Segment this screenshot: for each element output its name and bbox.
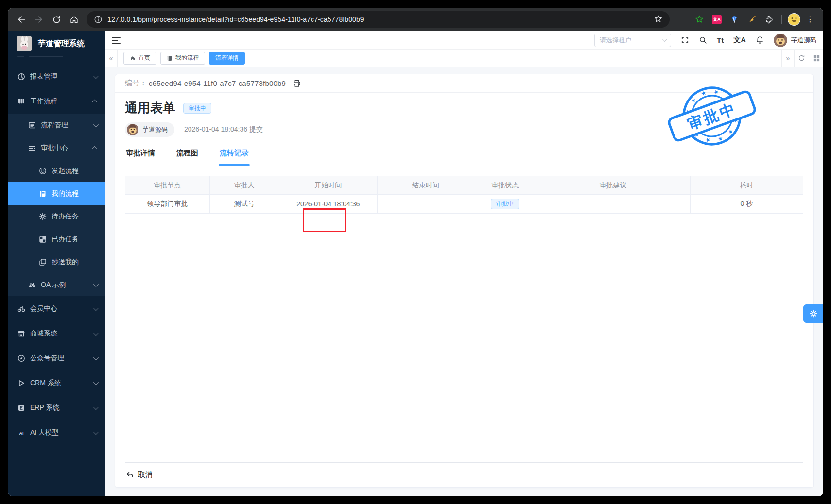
sidebar-item-done-task[interactable]: 已办任务: [8, 228, 105, 251]
shop-icon: [17, 330, 25, 337]
home-icon[interactable]: [67, 12, 81, 27]
status-badge: 审批中: [183, 103, 211, 114]
sidebar-item-todo-task[interactable]: 待办任务: [8, 205, 105, 228]
gear-flower-icon: [39, 213, 47, 220]
sidebar-item-approval-center[interactable]: 审批中心: [8, 136, 105, 159]
extension-broom-icon[interactable]: [746, 14, 757, 25]
app-logo-row[interactable]: 芋道管理系统: [8, 31, 105, 56]
workflow-icon: [17, 98, 25, 105]
submit-time: 2026-01-04 18:04:36 提交: [184, 125, 263, 134]
chevron-up-icon: [92, 146, 97, 151]
extension-translate-icon[interactable]: 文A: [711, 14, 722, 25]
sidebar-item-cc-me[interactable]: 抄送我的: [8, 251, 105, 273]
address-bar[interactable]: 127.0.0.1/bpm/process-instance/detail?id…: [87, 11, 670, 28]
tags-scroll-left-icon[interactable]: «: [105, 50, 118, 67]
notification-bell-icon[interactable]: [756, 36, 764, 44]
app-logo-rabbit: [17, 36, 32, 51]
tab-approval-detail[interactable]: 审批详情: [125, 146, 156, 165]
settings-gear-button[interactable]: [803, 304, 823, 323]
tags-layout-grid-icon[interactable]: [809, 50, 823, 67]
row-status-badge: 审批中: [491, 199, 519, 209]
tab-process-diagram[interactable]: 流程图: [175, 146, 199, 165]
svg-text:AI: AI: [19, 430, 24, 435]
chevron-down-icon: [93, 121, 99, 127]
locale-icon[interactable]: 文A: [733, 35, 746, 45]
sidebar-item-ai-model[interactable]: AI AI 大模型: [8, 420, 105, 445]
col-approval-status: 审批状态: [474, 176, 537, 194]
col-end-time: 结束时间: [378, 176, 474, 194]
tag-my-process[interactable]: 我的流程: [160, 52, 205, 65]
cell-end-time: [378, 195, 474, 213]
forward-icon[interactable]: [32, 12, 46, 27]
cell-approval-suggestion: [536, 195, 690, 213]
workflow-submenu: 流程管理 审批中心 发起流程 我的流程 待办: [8, 114, 105, 296]
tenant-select[interactable]: 请选择租户: [594, 34, 671, 47]
back-icon[interactable]: [14, 12, 29, 27]
tags-refresh-icon[interactable]: [794, 50, 809, 67]
page-content: 编号： c65eed94-e954-11f0-a7c7-ca5778fb00b9…: [105, 67, 823, 496]
browser-menu-icon[interactable]: ⋮: [806, 18, 814, 21]
search-icon[interactable]: [699, 36, 707, 44]
col-approval-suggestion: 审批建议: [536, 176, 690, 194]
book-icon: [167, 55, 173, 61]
sidebar-item-member-center[interactable]: 会员中心: [8, 296, 105, 321]
bookmark-star-icon[interactable]: [654, 14, 663, 25]
stacked-lines-icon: [28, 144, 36, 152]
submitter-avatar: [127, 124, 138, 135]
browser-profile-avatar[interactable]: [788, 13, 800, 26]
chevron-down-icon: [93, 305, 99, 310]
tab-circulation-record[interactable]: 流转记录: [219, 146, 250, 165]
sidebar-item-mp-manage[interactable]: 公众号管理: [8, 346, 105, 370]
sidebar: 芋道管理系统 报表管理 工作流程 流程管理: [8, 31, 105, 496]
quarter-squares-icon: [39, 235, 47, 243]
tag-process-detail[interactable]: 流程详情: [209, 52, 245, 65]
font-size-icon[interactable]: Tt: [717, 36, 724, 44]
chevron-down-icon: [662, 37, 667, 42]
extension-green-star-icon[interactable]: [694, 14, 705, 25]
sidebar-item-workflow[interactable]: 工作流程: [8, 89, 105, 114]
sidebar-item-start-process[interactable]: 发起流程: [8, 159, 105, 182]
cell-start-time: 2026-01-04 18:04:36: [279, 195, 377, 213]
app-title: 芋道管理系统: [38, 39, 85, 49]
browser-chrome: 127.0.0.1/bpm/process-instance/detail?id…: [8, 8, 823, 31]
submitter-pill: 芋道源码: [125, 122, 174, 137]
sidebar-item-erp-system[interactable]: ERP 系统: [8, 395, 105, 420]
tags-scroll-right-icon[interactable]: »: [781, 50, 794, 67]
binoculars-icon: [28, 281, 36, 289]
svg-text:★: ★: [704, 136, 711, 144]
compass-icon: [17, 354, 25, 362]
smiley-icon: [39, 167, 47, 175]
app-header: 请选择租户 Tt 文A: [105, 31, 823, 50]
cancel-button[interactable]: 取消: [125, 468, 157, 483]
chevron-down-icon: [93, 73, 99, 78]
ai-text-icon: AI: [17, 429, 25, 437]
sidebar-item-crm-system[interactable]: CRM 系统: [8, 370, 105, 395]
erp-letter-icon: [17, 404, 25, 412]
extension-squares-icon[interactable]: [676, 14, 687, 25]
tags-view-bar: « 首页 我的流程 流程详情 »: [105, 50, 823, 67]
sidebar-item-my-process[interactable]: 我的流程: [8, 182, 105, 205]
fullscreen-icon[interactable]: [681, 36, 689, 44]
user-menu[interactable]: 芋道源码: [774, 34, 816, 47]
pie-chart-icon: [17, 73, 25, 81]
serial-label: 编号：: [125, 79, 147, 88]
bicycle-icon: [17, 305, 25, 313]
tag-home[interactable]: 首页: [123, 52, 156, 65]
url-text[interactable]: 127.0.0.1/bpm/process-instance/detail?id…: [107, 16, 654, 23]
sidebar-item-mall-system[interactable]: 商城系统: [8, 321, 105, 346]
reload-icon[interactable]: [49, 12, 64, 27]
sidebar-item-process-manage[interactable]: 流程管理: [8, 114, 105, 136]
chevron-up-icon: [92, 99, 97, 104]
chevron-down-icon: [93, 281, 99, 286]
print-icon[interactable]: [293, 79, 301, 88]
extension-fan-icon[interactable]: [729, 14, 740, 25]
site-info-icon[interactable]: [93, 15, 103, 24]
serial-value: c65eed94-e954-11f0-a7c7-ca5778fb00b9: [149, 79, 286, 87]
sidebar-item-oa-demo[interactable]: OA 示例: [8, 273, 105, 296]
collapse-menu-icon[interactable]: [112, 37, 121, 44]
sidebar-item-report-manage[interactable]: 报表管理: [8, 64, 105, 89]
detail-tabs: 审批详情 流程图 流转记录: [125, 146, 803, 165]
chevron-down-icon: [93, 330, 99, 335]
gear-icon: [809, 309, 818, 318]
extensions-puzzle-icon[interactable]: [764, 14, 775, 25]
